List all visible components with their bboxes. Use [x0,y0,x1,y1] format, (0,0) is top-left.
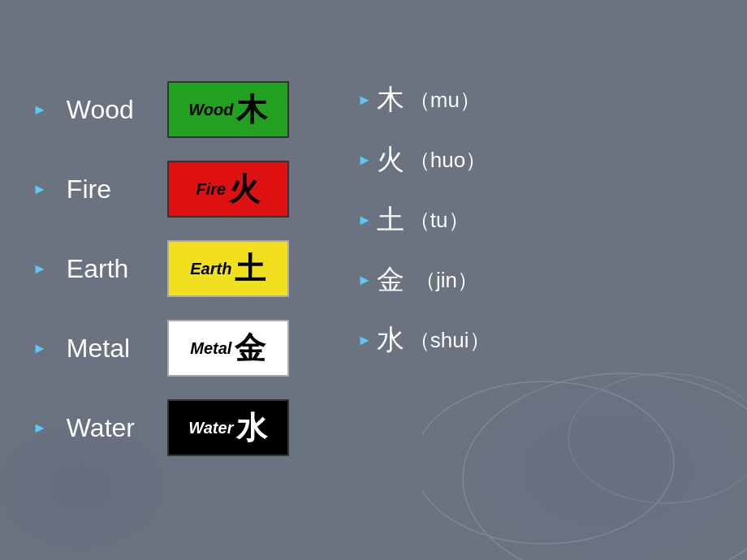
water-badge-text: Water [188,419,233,437]
fire-chinese-char: 火 [377,141,404,179]
metal-badge: Metal 金 [167,320,289,377]
water-row: ► Water Water 水 [32,399,341,456]
fire-chinese-pinyin: （huo） [409,146,486,174]
metal-row: ► Metal Metal 金 [32,320,341,377]
earth-badge: Earth 土 [167,240,289,297]
water-chinese-row: ► 水 （shui） [357,321,715,359]
earth-chinese-char: 土 [377,201,404,239]
metal-badge-text: Metal [190,339,231,358]
left-column: ► Wood Wood 木 ► Fire Fire 火 ► Earth Eart… [32,81,341,528]
earth-badge-kanji: 土 [235,253,266,284]
fire-label: Fire [67,174,148,205]
fire-arrow: ► [32,182,47,196]
water-arrow: ► [32,420,47,435]
earth-row: ► Earth Earth 土 [32,240,341,297]
metal-chinese-arrow: ► [357,273,372,287]
wood-badge-kanji: 木 [236,94,267,125]
earth-label: Earth [67,254,148,284]
water-chinese-arrow: ► [357,333,372,347]
right-column: ► 木 （mu） ► 火 （huo） ► 土 （tu） ► 金 （jin） ► … [341,81,715,528]
fire-chinese-row: ► 火 （huo） [357,141,715,179]
earth-chinese-pinyin: （tu） [409,206,469,235]
wood-label: Wood [67,95,148,125]
water-chinese-pinyin: （shui） [409,326,490,355]
wood-chinese-pinyin: （mu） [409,86,481,114]
fire-badge-kanji: 火 [229,174,260,205]
metal-arrow: ► [32,341,47,355]
water-chinese-char: 水 [377,321,404,359]
water-badge-kanji: 水 [236,412,267,443]
earth-chinese-row: ► 土 （tu） [357,201,715,239]
fire-badge-text: Fire [196,180,226,199]
earth-arrow: ► [32,261,47,276]
wood-arrow: ► [32,102,47,117]
metal-label: Metal [67,334,148,364]
water-badge: Water 水 [167,399,289,456]
wood-badge-text: Wood [188,101,233,119]
metal-badge-kanji: 金 [235,333,266,364]
fire-row: ► Fire Fire 火 [32,161,341,218]
wood-chinese-row: ► 木 （mu） [357,81,715,118]
water-label: Water [67,413,148,443]
wood-row: ► Wood Wood 木 [32,81,341,138]
metal-chinese-char: 金 [377,261,404,299]
wood-chinese-char: 木 [377,81,404,118]
metal-chinese-pinyin: （jin） [409,266,478,295]
earth-badge-text: Earth [190,260,231,278]
wood-chinese-arrow: ► [357,93,372,107]
metal-chinese-row: ► 金 （jin） [357,261,715,299]
fire-chinese-arrow: ► [357,153,372,167]
main-container: ► Wood Wood 木 ► Fire Fire 火 ► Earth Eart… [0,0,747,560]
wood-badge: Wood 木 [167,81,289,138]
earth-chinese-arrow: ► [357,213,372,227]
fire-badge: Fire 火 [167,161,289,218]
